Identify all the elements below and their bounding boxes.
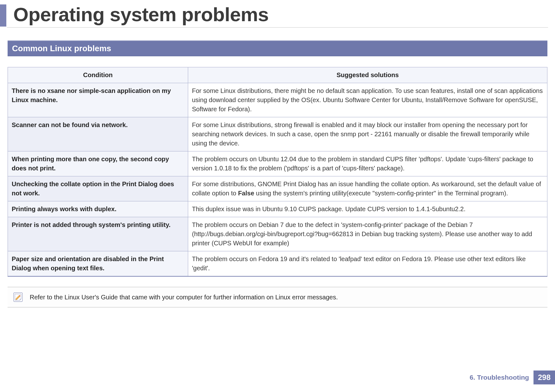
note-text: Refer to the Linux User's Guide that cam… bbox=[30, 294, 338, 301]
table-row: Printer is not added through system's pr… bbox=[8, 217, 547, 251]
condition-cell: When printing more than one copy, the se… bbox=[8, 151, 188, 176]
condition-cell: Printer is not added through system's pr… bbox=[8, 217, 188, 251]
note-box: Refer to the Linux User's Guide that cam… bbox=[8, 287, 547, 308]
table-header-condition: Condition bbox=[8, 67, 188, 83]
solution-cell: For some Linux distributions, there migh… bbox=[188, 83, 547, 117]
page-title: Operating system problems bbox=[13, 3, 269, 26]
table-header-solution: Suggested solutions bbox=[188, 67, 547, 83]
footer-chapter: 6. Troubleshooting bbox=[465, 371, 533, 384]
table-row: Paper size and orientation are disabled … bbox=[8, 251, 547, 277]
solution-cell: The problem occurs on Fedora 19 and it's… bbox=[188, 251, 547, 277]
solution-cell: The problem occurs on Ubuntu 12.04 due t… bbox=[188, 151, 547, 176]
table-row: Unchecking the collate option in the Pri… bbox=[8, 176, 547, 201]
condition-cell: There is no xsane nor simple-scan applic… bbox=[8, 83, 188, 117]
solution-cell: This duplex issue was in Ubuntu 9.10 CUP… bbox=[188, 201, 547, 217]
table-row: When printing more than one copy, the se… bbox=[8, 151, 547, 176]
solution-cell: The problem occurs on Debian 7 due to th… bbox=[188, 217, 547, 251]
condition-cell: Unchecking the collate option in the Pri… bbox=[8, 176, 188, 201]
section-header: Common Linux problems bbox=[8, 40, 547, 56]
solution-cell: For some Linux distributions, strong fir… bbox=[188, 117, 547, 151]
table-row: Printing always works with duplex. This … bbox=[8, 201, 547, 217]
title-accent-tab bbox=[0, 4, 6, 27]
condition-cell: Scanner can not be found via network. bbox=[8, 117, 188, 151]
condition-cell: Printing always works with duplex. bbox=[8, 201, 188, 217]
note-icon bbox=[13, 292, 23, 303]
condition-cell: Paper size and orientation are disabled … bbox=[8, 251, 188, 277]
table-row: There is no xsane nor simple-scan applic… bbox=[8, 83, 547, 117]
bold-text: False bbox=[238, 190, 254, 197]
problems-table: Condition Suggested solutions There is n… bbox=[8, 67, 547, 277]
footer: 6. Troubleshooting 298 bbox=[465, 371, 555, 384]
solution-cell: For some distributions, GNOME Print Dial… bbox=[188, 176, 547, 201]
table-row: Scanner can not be found via network. Fo… bbox=[8, 117, 547, 151]
footer-page-number: 298 bbox=[533, 371, 555, 384]
